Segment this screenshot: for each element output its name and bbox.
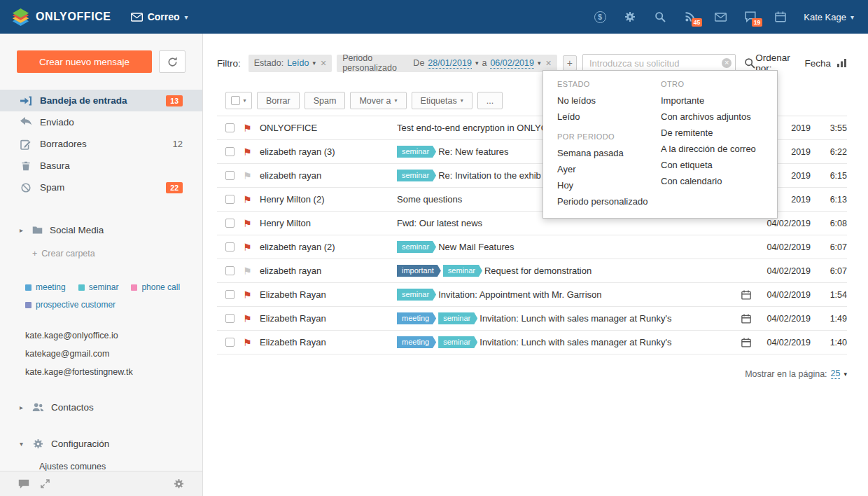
mail-icon[interactable] (713, 10, 727, 24)
row-checkbox[interactable] (225, 147, 234, 156)
clear-search-icon[interactable] (722, 58, 732, 68)
folder-social-media[interactable]: Social Media (0, 222, 202, 237)
dropdown-item[interactable]: Leído (557, 109, 661, 125)
email-row[interactable]: elizabeth rayan (2) seminar New Mail Fea… (217, 235, 847, 259)
row-checkbox[interactable] (225, 195, 234, 204)
toolbar-button[interactable]: Etiquetas (412, 92, 472, 109)
sidebar-item-contacts[interactable]: Contactos (0, 399, 202, 415)
folder-sent[interactable]: Enviado (0, 111, 202, 133)
search-icon[interactable] (653, 10, 667, 24)
email-tag[interactable]: seminar (438, 336, 477, 348)
payments-icon[interactable] (593, 10, 607, 24)
account-address[interactable]: kate.kage@fortestingnew.tk (25, 363, 191, 381)
row-checkbox[interactable] (225, 266, 234, 275)
dropdown-item[interactable]: Importante (661, 92, 763, 109)
dropdown-item[interactable]: Periodo personalizado (557, 193, 661, 209)
flag-icon[interactable] (243, 242, 260, 253)
remove-filter-icon[interactable] (321, 57, 326, 69)
filter-chip-estado[interactable]: Estado: Leído (248, 55, 332, 72)
flag-icon[interactable] (243, 123, 260, 134)
sort-direction-icon[interactable] (837, 59, 847, 67)
email-tag[interactable]: meeting (397, 312, 436, 324)
row-checkbox[interactable] (225, 290, 234, 299)
folder-trash[interactable]: Basura (0, 155, 202, 177)
select-all-control[interactable] (225, 92, 252, 109)
row-checkbox[interactable] (225, 171, 234, 180)
expand-arrow-icon[interactable] (20, 226, 25, 234)
toolbar-button[interactable]: Mover a (350, 92, 406, 109)
folder-spam[interactable]: Spam 22 (0, 177, 202, 198)
expand-arrow-icon[interactable] (20, 404, 25, 411)
search-submit-icon[interactable] (744, 57, 755, 69)
row-checkbox[interactable] (225, 338, 234, 347)
remove-filter-icon[interactable] (545, 57, 551, 69)
row-checkbox[interactable] (225, 242, 234, 252)
flag-icon[interactable] (243, 313, 260, 324)
toolbar-button[interactable]: Spam (304, 92, 346, 109)
dropdown-item[interactable]: A la dirección de correo (661, 141, 763, 157)
filter-chip-period[interactable]: Periodo personalizado De 28/01/2019 a 06… (337, 55, 557, 72)
create-folder-link[interactable]: Crear carpeta (32, 249, 202, 259)
talk-icon[interactable]: 19 (743, 10, 757, 24)
refresh-button[interactable] (159, 50, 186, 73)
flag-icon[interactable] (243, 337, 260, 348)
dropdown-item[interactable]: Semana pasada (557, 145, 661, 161)
collapse-arrow-icon[interactable] (20, 440, 25, 448)
dropdown-item[interactable]: Con archivos adjuntos (661, 109, 763, 125)
flag-icon[interactable] (243, 194, 260, 205)
email-tag[interactable]: important (397, 265, 441, 277)
calendar-icon[interactable] (774, 10, 788, 24)
email-tag[interactable]: seminar (443, 265, 482, 277)
dropdown-item[interactable]: Con etiqueta (661, 157, 763, 173)
flag-icon[interactable] (243, 266, 260, 277)
toolbar-button[interactable]: ... (477, 92, 503, 109)
email-tag[interactable]: seminar (397, 146, 436, 158)
support-chat-icon[interactable] (18, 479, 29, 489)
user-menu[interactable]: Kate Kage (804, 12, 854, 22)
email-row[interactable]: elizabeth rayan importantseminar Request… (217, 259, 847, 283)
flag-icon[interactable] (243, 289, 260, 301)
account-address[interactable]: katekage@gmail.com (25, 345, 191, 363)
email-tag[interactable]: seminar (397, 170, 436, 181)
row-checkbox[interactable] (225, 123, 234, 132)
add-filter-button[interactable] (563, 55, 577, 71)
sidebar-item-settings[interactable]: Configuración (0, 436, 202, 451)
expand-panel-icon[interactable] (41, 479, 50, 488)
row-checkbox[interactable] (225, 314, 234, 323)
flag-icon[interactable] (243, 146, 260, 158)
dropdown-item[interactable]: Hoy (557, 177, 661, 193)
folder-inbox[interactable]: Bandeja de entrada 13 (0, 90, 202, 111)
tag-item[interactable]: phone call (131, 282, 180, 292)
email-tag[interactable]: meeting (397, 336, 436, 348)
flag-icon[interactable] (243, 218, 260, 229)
tag-item[interactable]: meeting (25, 282, 66, 292)
feed-icon[interactable]: 45 (683, 10, 697, 24)
date-from-value[interactable]: 28/01/2019 (428, 58, 472, 69)
dropdown-item[interactable]: Ayer (557, 161, 661, 177)
dropdown-item[interactable]: No leídos (557, 92, 661, 109)
tag-item[interactable]: prospective customer (25, 300, 115, 310)
tag-item[interactable]: seminar (78, 282, 119, 292)
sort-value[interactable]: Fecha (804, 58, 831, 69)
email-tag[interactable]: seminar (397, 241, 436, 253)
chip-value[interactable]: Leído (287, 58, 309, 68)
email-row[interactable]: Elizabeth Rayan meetingseminar Invitatio… (217, 307, 847, 331)
email-tag[interactable]: seminar (397, 289, 436, 301)
dropdown-item[interactable]: Con calendario (661, 173, 763, 189)
folder-drafts[interactable]: Borradores 12 (0, 133, 202, 155)
date-to-value[interactable]: 06/02/2019 (490, 58, 534, 69)
select-all-checkbox[interactable] (231, 96, 240, 105)
email-row[interactable]: Elizabeth Rayan meetingseminar Invitatio… (217, 331, 847, 354)
footer-gear-icon[interactable] (174, 478, 184, 489)
email-row[interactable]: Elizabeth Rayan seminar Invitation: Appo… (217, 283, 847, 307)
flag-icon[interactable] (243, 170, 260, 181)
compose-button[interactable]: Crear nuevo mensaje (17, 50, 152, 73)
toolbar-button[interactable]: Borrar (257, 92, 300, 109)
onlyoffice-logo[interactable]: ONLYOFFICE (11, 8, 111, 26)
dropdown-item[interactable]: De remitente (661, 125, 763, 141)
account-address[interactable]: kate.kage@onlyoffice.io (25, 326, 191, 345)
settings-icon[interactable] (623, 10, 637, 24)
module-switcher[interactable]: Correo (131, 11, 188, 22)
row-checkbox[interactable] (225, 219, 234, 228)
page-size-select[interactable]: 25 (831, 368, 841, 379)
